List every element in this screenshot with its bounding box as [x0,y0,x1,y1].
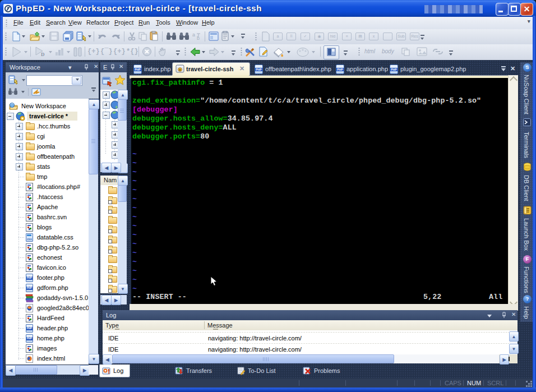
svg-text:D: D [41,52,45,57]
svg-text:a: a [192,32,195,38]
